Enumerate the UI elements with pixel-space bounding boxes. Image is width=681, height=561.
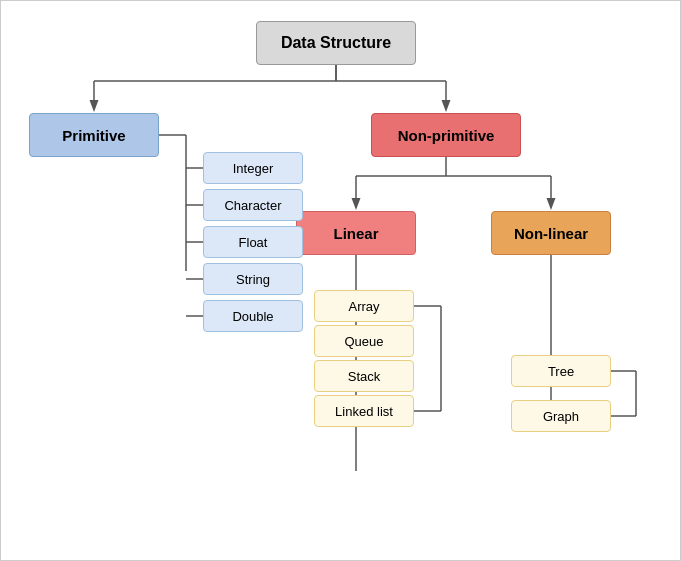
nonprimitive-label: Non-primitive — [398, 127, 495, 144]
queue-node: Queue — [314, 325, 414, 357]
root-node: Data Structure — [256, 21, 416, 65]
character-node: Character — [203, 189, 303, 221]
connector-lines — [1, 1, 681, 561]
float-node: Float — [203, 226, 303, 258]
integer-label: Integer — [233, 161, 273, 176]
string-label: String — [236, 272, 270, 287]
primitive-node: Primitive — [29, 113, 159, 157]
linkedlist-node: Linked list — [314, 395, 414, 427]
string-node: String — [203, 263, 303, 295]
array-label: Array — [348, 299, 379, 314]
linear-label: Linear — [333, 225, 378, 242]
double-label: Double — [232, 309, 273, 324]
linear-node: Linear — [296, 211, 416, 255]
graph-label: Graph — [543, 409, 579, 424]
primitive-label: Primitive — [62, 127, 125, 144]
double-node: Double — [203, 300, 303, 332]
stack-label: Stack — [348, 369, 381, 384]
character-label: Character — [224, 198, 281, 213]
nonprimitive-node: Non-primitive — [371, 113, 521, 157]
array-node: Array — [314, 290, 414, 322]
integer-node: Integer — [203, 152, 303, 184]
stack-node: Stack — [314, 360, 414, 392]
queue-label: Queue — [344, 334, 383, 349]
nonlinear-node: Non-linear — [491, 211, 611, 255]
linkedlist-label: Linked list — [335, 404, 393, 419]
root-label: Data Structure — [281, 34, 391, 52]
nonlinear-label: Non-linear — [514, 225, 588, 242]
graph-node: Graph — [511, 400, 611, 432]
tree-label: Tree — [548, 364, 574, 379]
diagram: Data Structure Primitive Non-primitive L… — [0, 0, 681, 561]
tree-node: Tree — [511, 355, 611, 387]
float-label: Float — [239, 235, 268, 250]
